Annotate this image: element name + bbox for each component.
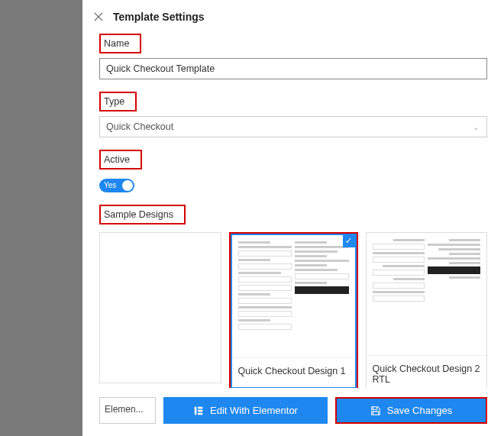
editor-select-value: Elemen... [105, 404, 144, 415]
designs-label: Sample Designs [99, 205, 186, 224]
design-preview [367, 233, 487, 355]
active-toggle-label: Yes [104, 181, 116, 189]
type-select[interactable]: Quick Checkout ⌄ [99, 116, 487, 137]
type-label: Type [99, 92, 137, 111]
name-label: Name [99, 34, 141, 53]
elementor-icon [193, 405, 204, 416]
panel-body: Name Type Quick Checkout ⌄ Active Yes [82, 34, 504, 388]
svg-rect-0 [195, 406, 197, 415]
edit-button-label: Edit With Elementor [210, 405, 298, 416]
panel-header: Template Settings [82, 0, 504, 34]
designs-row: Sample Designs [99, 205, 487, 389]
type-select-value: Quick Checkout [106, 121, 173, 132]
chevron-down-icon: ⌄ [473, 123, 479, 131]
design-title: Quick Checkout Design 2 RTL [367, 355, 487, 389]
save-changes-button[interactable]: Save Changes [337, 399, 486, 422]
type-row: Type Quick Checkout ⌄ [99, 92, 487, 137]
design-card-1[interactable]: Quick Checkout Design 1 [231, 234, 357, 389]
active-toggle[interactable]: Yes [99, 179, 134, 192]
toggle-knob [122, 180, 133, 191]
svg-rect-1 [198, 406, 202, 409]
design-preview [232, 235, 355, 357]
name-row: Name [99, 34, 487, 79]
active-row: Active Yes [99, 150, 487, 192]
design-card-blank[interactable] [99, 232, 221, 383]
active-label: Active [99, 150, 142, 170]
svg-rect-3 [198, 412, 202, 415]
design-title: Quick Checkout Design 1 [232, 357, 355, 387]
template-settings-panel: Template Settings Name Type Quick Checko… [82, 0, 504, 436]
save-button-label: Save Changes [387, 405, 452, 416]
edit-with-elementor-button[interactable]: Edit With Elementor [163, 397, 328, 424]
panel-footer: Elemen... Edit With Elementor Save Chang… [82, 388, 504, 436]
design-card-2[interactable]: Quick Checkout Design 2 RTL [366, 232, 488, 389]
name-input[interactable] [99, 58, 487, 79]
panel-title: Template Settings [113, 11, 205, 23]
close-icon[interactable] [93, 11, 104, 22]
svg-rect-2 [198, 409, 202, 412]
editor-select[interactable]: Elemen... [99, 397, 156, 424]
save-icon [370, 405, 381, 416]
